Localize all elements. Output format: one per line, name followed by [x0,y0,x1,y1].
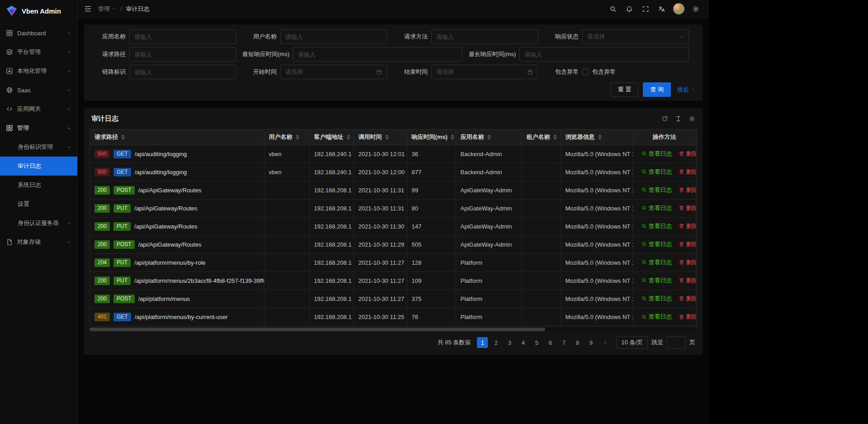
sidebar-subitem-audit-log[interactable]: 审计日志 [0,157,77,176]
view-log-button[interactable]: 查看日志 [641,313,672,321]
sidebar-item-platform[interactable]: 平台管理 [0,43,77,62]
column-header-tenant[interactable]: 租户名称 [522,129,561,145]
delete-button[interactable]: 删除 [679,204,696,212]
page-button-2[interactable]: 2 [491,337,501,348]
page-button-8[interactable]: 8 [572,337,583,348]
filter-date-end-time[interactable]: 请选择 [431,65,538,79]
search-icon[interactable] [606,2,620,16]
delete-button[interactable]: 删除 [679,186,696,194]
sidebar-item-storage[interactable]: 对象存储 [0,233,77,252]
delete-button[interactable]: 删除 [679,168,696,176]
cell-client: 192.168.208.1 [309,199,354,217]
sidebar-item-gateway[interactable]: 应用网关 [0,100,77,119]
filter-date-start-time[interactable]: 请选择 [280,65,387,79]
horizontal-scrollbar[interactable] [90,328,697,331]
checkbox-icon[interactable] [582,69,589,75]
filler-cell [696,253,697,272]
column-header-user[interactable]: 用户名称 [264,129,309,145]
filter-input-user-name[interactable] [280,29,387,44]
sidebar-item-label: 平台管理 [17,48,66,56]
scrollbar-thumb[interactable] [90,328,545,331]
column-header-ms[interactable]: 响应时间(ms) [407,129,456,145]
sidebar-item-locale[interactable]: 本地化管理 [0,62,77,81]
delete-button[interactable]: 删除 [679,276,696,285]
sidebar-item-saas[interactable]: Saas [0,81,77,100]
page-button-7[interactable]: 7 [558,337,569,348]
cell-path: 200PUT/api/ApiGateway/Routes [90,199,264,217]
delete-button[interactable]: 删除 [679,222,696,230]
delete-button[interactable]: 删除 [679,313,696,321]
view-log-button[interactable]: 查看日志 [641,204,672,212]
filter-input-request-path[interactable] [129,47,236,62]
column-header-browser[interactable]: 浏览器信息 [561,129,633,145]
filter-input-max-response-time[interactable] [519,47,689,62]
sidebar-item-dashboard[interactable]: Dashboard [0,24,77,43]
settings-icon[interactable] [689,2,703,16]
translate-icon[interactable] [655,2,669,16]
view-log-button[interactable]: 查看日志 [641,150,672,158]
column-header-time[interactable]: 调用时间 [354,129,407,145]
jump-page-input[interactable] [667,336,686,349]
page-button-3[interactable]: 3 [504,337,515,348]
column-header-path[interactable]: 请求路径 [90,129,264,145]
delete-icon [679,277,684,283]
sort-icon[interactable] [296,134,299,140]
filter-input-trace-id[interactable] [129,65,236,79]
filter-input-app-name[interactable] [129,29,236,44]
filter-label: 请求方法 [393,33,428,41]
sort-icon[interactable] [121,134,125,140]
page-button-5[interactable]: 5 [531,337,542,348]
logo[interactable]: Vben Admin [0,0,77,22]
column-height-icon[interactable] [675,115,682,122]
page-button-1[interactable]: 1 [477,337,488,348]
view-log-button[interactable]: 查看日志 [641,276,672,285]
view-log-button[interactable]: 查看日志 [641,240,672,248]
fullscreen-icon[interactable] [639,2,652,16]
delete-button[interactable]: 删除 [679,295,696,303]
column-header-app[interactable]: 应用名称 [456,129,522,145]
sort-icon[interactable] [598,134,602,140]
reset-button[interactable]: 重 置 [611,82,639,97]
settings-icon[interactable] [689,115,695,122]
view-log-button[interactable]: 查看日志 [641,222,672,230]
delete-button[interactable]: 删除 [679,150,696,158]
view-log-button[interactable]: 查看日志 [641,295,672,303]
filter-input-http-method[interactable] [431,29,538,44]
page-button-9[interactable]: 9 [585,337,596,348]
filter-select-http-status[interactable]: 请选择 [582,29,689,44]
breadcrumb-item-manage[interactable]: 管理 [98,5,116,13]
refresh-icon[interactable] [661,115,668,122]
page-button-4[interactable]: 4 [518,337,528,348]
filter-field-min-response-time: 最短响应时间(ms) [242,47,469,62]
sort-icon[interactable] [347,134,350,140]
filter-checkbox-has-exception[interactable]: 包含异常 [582,68,616,76]
bell-icon[interactable] [623,2,636,16]
sort-icon[interactable] [451,134,454,140]
view-log-button[interactable]: 查看日志 [641,168,672,176]
search-button[interactable]: 查 询 [643,82,671,97]
user-avatar[interactable] [673,3,684,14]
view-log-label: 查看日志 [649,150,672,158]
next-page-button[interactable] [600,337,611,348]
calendar-icon [376,69,382,75]
collapse-link[interactable]: 收起 [677,86,695,94]
delete-icon [679,241,684,247]
sidebar-item-manage[interactable]: 管理 [0,119,77,138]
sidebar-subitem-auth-server[interactable]: 身份认证服务器 [0,214,77,233]
delete-button[interactable]: 删除 [679,240,696,248]
page-size-select[interactable]: 10 条/页 [616,336,648,349]
page-button-6[interactable]: 6 [545,337,556,348]
cell-path: 401GET/api/platform/menus/by-current-use… [90,308,264,326]
sidebar-subitem-settings[interactable]: 设置 [0,195,77,214]
delete-button[interactable]: 删除 [679,258,696,267]
sort-icon[interactable] [487,134,491,140]
view-log-button[interactable]: 查看日志 [641,258,672,267]
filter-input-min-response-time[interactable] [293,47,462,62]
sort-icon[interactable] [385,134,389,140]
menu-fold-icon[interactable] [84,5,92,13]
sort-icon[interactable] [553,134,557,140]
sidebar-subitem-system-log[interactable]: 系统日志 [0,176,77,195]
sidebar-subitem-identity[interactable]: 身份标识管理 [0,138,77,157]
column-header-client[interactable]: 客户端地址 [309,129,354,145]
view-log-button[interactable]: 查看日志 [641,186,672,194]
